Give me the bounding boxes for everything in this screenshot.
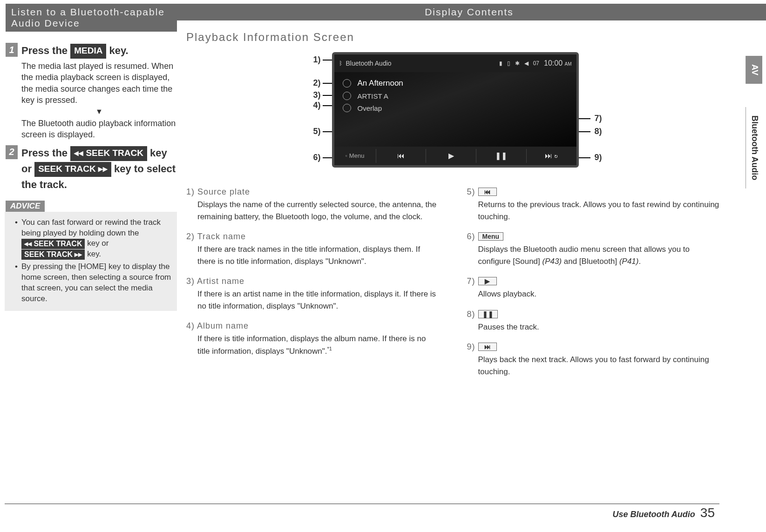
advice-item-1: You can fast forward or rewind the track…: [17, 217, 172, 260]
album-icon: [343, 104, 351, 112]
prev-track-icon: ⏮: [478, 188, 497, 196]
media-key: MEDIA: [70, 44, 106, 59]
adv1a: You can fast forward or rewind the track…: [21, 218, 161, 237]
shot-pause-button[interactable]: ❚❚: [476, 149, 527, 163]
def7-h: 7) ▶: [467, 276, 720, 286]
advice-header: ADVICE: [6, 201, 45, 212]
ref-p43: (P43): [542, 257, 562, 266]
page-footer: Use Bluetooth Audio 35: [613, 505, 715, 520]
def3-b: If there is an artist name in the title …: [186, 288, 439, 312]
seek-prev-key: ◂◂ SEEK TRACK: [70, 146, 147, 161]
shot-vol: 07: [533, 60, 539, 67]
shot-source-plate: ᛒ Bluetooth Audio ▮ ▯ ✱ ◀07 10:00 AM: [334, 54, 576, 72]
shot-next-button[interactable]: ⏭ ↻: [527, 149, 576, 163]
step1-info1: The media last played is resumed. When t…: [21, 61, 177, 106]
right-section-title: Display Contents: [172, 4, 766, 20]
play-icon: ▶: [478, 277, 497, 285]
seek-prev-key-small: ◂◂ SEEK TRACK: [21, 239, 85, 249]
def2-b: If there are track names in the title in…: [186, 243, 439, 267]
advice-box: You can fast forward or rewind the track…: [5, 212, 177, 311]
left-section-title: Listen to a Bluetooth-capable Audio Devi…: [6, 4, 177, 32]
footer-text: Use Bluetooth Audio: [613, 510, 695, 519]
seek-next-key: SEEK TRACK ▸▸: [34, 162, 111, 177]
next-track-icon: ⏭: [478, 343, 497, 351]
shot-source-name: Bluetooth Audio: [346, 60, 392, 67]
step1-info2: The Bluetooth audio playback information…: [21, 118, 177, 141]
callout-9: 9): [594, 153, 602, 162]
step1-text-b: key.: [106, 45, 128, 56]
def7-b: Allows playback.: [467, 288, 720, 300]
def4-sup: *1: [327, 346, 332, 351]
step-1-number: 1: [6, 43, 18, 57]
volume-icon: ◀: [524, 60, 529, 67]
battery-icon: ▯: [507, 60, 510, 67]
def8-b: Pauses the track.: [467, 321, 720, 333]
step1-text-a: Press the: [21, 45, 70, 56]
def8-h: 8) ❚❚: [467, 310, 720, 319]
def4-b: If there is title information, displays …: [186, 333, 439, 357]
def9-b: Plays back the next track. Allows you to…: [467, 354, 720, 377]
def4-h: 4) Album name: [186, 321, 439, 331]
def3-h: 3) Artist name: [186, 276, 439, 286]
callout-3: 3): [313, 90, 321, 100]
track-icon: [343, 79, 351, 88]
signal-icon: ▮: [499, 60, 502, 67]
advice-item-2: By pressing the [HOME] key to display th…: [17, 262, 172, 304]
shot-artist: ARTIST A: [358, 92, 388, 100]
seek-next-key-small: SEEK TRACK ▸▸: [21, 249, 85, 260]
callout-5: 5): [313, 127, 321, 136]
page-number: 35: [700, 505, 715, 520]
artist-icon: [343, 92, 351, 100]
callout-8: 8): [594, 127, 602, 136]
def1-b: Displays the name of the currently selec…: [186, 199, 439, 222]
step-1-title: Press the MEDIA key.: [21, 43, 177, 59]
shot-menu-button[interactable]: ◦ Menu: [334, 149, 376, 163]
side-tab-av: AV: [746, 56, 762, 84]
menu-button-icon: Menu: [478, 232, 504, 241]
callout-7: 7): [594, 114, 602, 123]
footer-rule: [5, 504, 719, 504]
callout-1: 1): [313, 55, 321, 65]
def9-h: 9) ⏭: [467, 342, 720, 352]
ref-p41: (P41): [619, 257, 639, 266]
step-2-number: 2: [6, 145, 18, 159]
shot-play-button[interactable]: ▶: [426, 149, 476, 163]
def1-h: 1) Source plate: [186, 187, 439, 197]
def5-h: 5) ⏮: [467, 187, 720, 197]
def2-h: 2) Track name: [186, 232, 439, 242]
adv1c: key.: [85, 249, 101, 258]
pause-icon: ❚❚: [478, 310, 498, 318]
shot-ampm: AM: [565, 61, 572, 67]
subsection-title: Playback Information Screen: [186, 31, 719, 44]
playback-screenshot: 1) 2) 3) 4) 5) 6) 7) 8) 9) ᛒ Bluetooth A…: [304, 52, 602, 173]
shot-track: An Afternoon: [358, 79, 403, 88]
callout-4: 4): [313, 101, 321, 110]
callout-6: 6): [313, 153, 321, 162]
side-tab-bluetooth: Bluetooth Audio: [746, 107, 762, 189]
shot-time: 10:00: [544, 59, 563, 67]
step-2-title: Press the ◂◂ SEEK TRACK key or SEEK TRAC…: [21, 145, 177, 192]
bluetooth-icon: ᛒ: [339, 60, 342, 67]
shot-prev-button[interactable]: ⏮: [376, 149, 427, 163]
def6-b: Displays the Bluetooth audio menu screen…: [467, 243, 720, 267]
down-arrow-icon: ▼: [21, 108, 177, 116]
def6-h: 6) Menu: [467, 232, 720, 242]
shot-album: Overlap: [358, 104, 382, 112]
step2-t1: Press the: [21, 147, 70, 159]
adv1b: key or: [85, 239, 108, 248]
callout-2: 2): [313, 78, 321, 88]
bt-status-icon: ✱: [515, 60, 520, 67]
def5-b: Returns to the previous track. Allows yo…: [467, 199, 720, 222]
